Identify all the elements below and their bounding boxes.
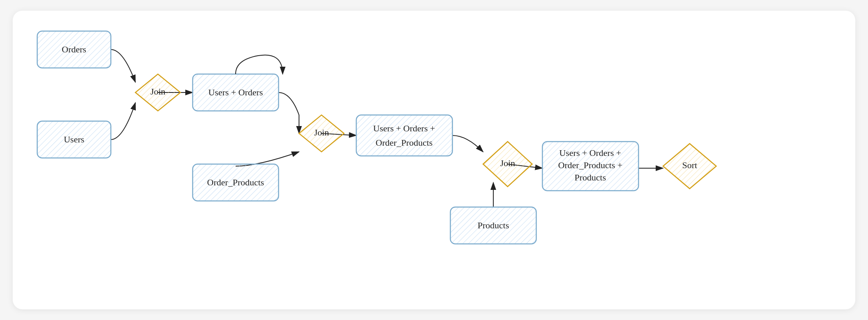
join2-node[interactable]: Join bbox=[299, 115, 344, 152]
users-orders-op-label1: Users + Orders + bbox=[373, 123, 435, 133]
arrow-combined1-join3 bbox=[452, 135, 483, 152]
users-orders-node[interactable]: Users + Orders bbox=[193, 74, 279, 111]
sort-node[interactable]: Sort bbox=[663, 144, 716, 189]
arrow-orders-join1 bbox=[111, 50, 135, 82]
join1-label: Join bbox=[151, 86, 166, 97]
combined-label3: Products bbox=[575, 172, 606, 183]
sort-label: Sort bbox=[682, 160, 697, 170]
users-node[interactable]: Users bbox=[37, 121, 111, 158]
join2-label: Join bbox=[314, 127, 329, 137]
join3-label: Join bbox=[500, 158, 515, 168]
order-products-label: Order_Products bbox=[207, 177, 264, 187]
flow-diagram: Orders Users Join Users + Orders Order_P… bbox=[13, 11, 855, 309]
order-products-node[interactable]: Order_Products bbox=[193, 164, 279, 201]
users-orders-label: Users + Orders bbox=[208, 87, 263, 97]
combined-label2: Order_Products + bbox=[558, 160, 622, 170]
join1-node[interactable]: Join bbox=[135, 74, 180, 111]
svg-rect-9 bbox=[356, 115, 452, 156]
orders-label: Orders bbox=[62, 44, 86, 54]
products-node[interactable]: Products bbox=[450, 207, 536, 244]
combined-label1: Users + Orders + bbox=[559, 148, 621, 158]
diagram-canvas: Orders Users Join Users + Orders Order_P… bbox=[13, 11, 855, 309]
join3-node[interactable]: Join bbox=[483, 142, 532, 187]
users-label: Users bbox=[64, 134, 84, 144]
arrow-users-join1 bbox=[111, 103, 135, 140]
orders-node[interactable]: Orders bbox=[37, 31, 111, 68]
users-orders-op-node[interactable]: Users + Orders + Order_Products bbox=[356, 115, 452, 156]
arrow-usersorders-join2 bbox=[279, 92, 299, 133]
combined-node[interactable]: Users + Orders + Order_Products + Produc… bbox=[542, 142, 639, 191]
loop-usersorders bbox=[236, 55, 283, 74]
users-orders-op-label2: Order_Products bbox=[376, 137, 432, 148]
products-label: Products bbox=[478, 220, 509, 230]
